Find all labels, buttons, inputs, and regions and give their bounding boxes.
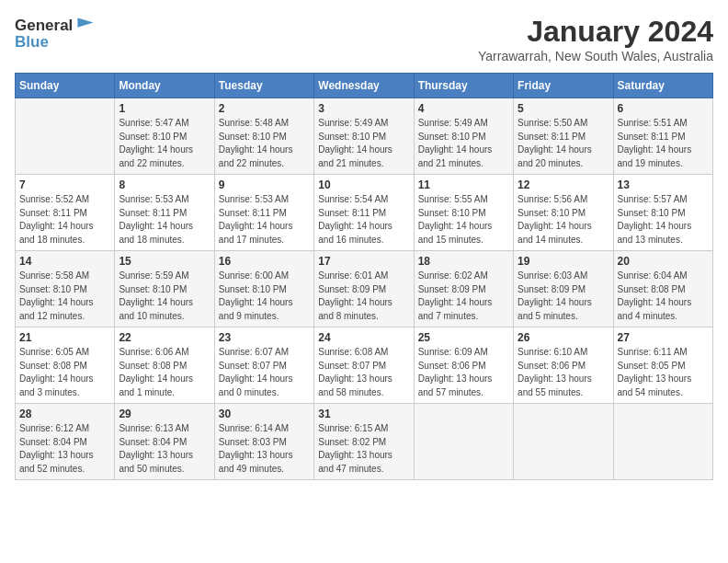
day-cell: 26Sunrise: 6:10 AM Sunset: 8:06 PM Dayli… <box>514 327 613 404</box>
day-info: Sunrise: 6:12 AM Sunset: 8:04 PM Dayligh… <box>19 422 110 476</box>
header-cell-monday: Monday <box>115 74 214 98</box>
logo: General Blue <box>15 15 97 52</box>
calendar-header: SundayMondayTuesdayWednesdayThursdayFrid… <box>16 74 713 98</box>
logo-blue-text: Blue <box>15 33 49 52</box>
day-info: Sunrise: 6:06 AM Sunset: 8:08 PM Dayligh… <box>119 346 210 399</box>
day-info: Sunrise: 5:55 AM Sunset: 8:10 PM Dayligh… <box>418 193 509 247</box>
day-info: Sunrise: 6:15 AM Sunset: 8:02 PM Dayligh… <box>318 422 409 476</box>
logo-flag-icon <box>74 15 97 37</box>
day-cell: 17Sunrise: 6:01 AM Sunset: 8:09 PM Dayli… <box>314 251 414 327</box>
day-number: 25 <box>418 331 509 344</box>
day-cell: 12Sunrise: 5:56 AM Sunset: 8:10 PM Dayli… <box>514 175 613 251</box>
day-number: 1 <box>119 102 210 115</box>
day-cell: 16Sunrise: 6:00 AM Sunset: 8:10 PM Dayli… <box>214 251 313 327</box>
week-row-5: 28Sunrise: 6:12 AM Sunset: 8:04 PM Dayli… <box>16 404 713 480</box>
day-number: 21 <box>19 331 110 344</box>
day-number: 6 <box>618 102 709 115</box>
day-info: Sunrise: 5:57 AM Sunset: 8:10 PM Dayligh… <box>618 193 709 247</box>
day-number: 3 <box>318 102 409 115</box>
logo-general-text: General <box>15 17 73 35</box>
day-info: Sunrise: 5:51 AM Sunset: 8:11 PM Dayligh… <box>618 117 709 170</box>
day-cell: 23Sunrise: 6:07 AM Sunset: 8:07 PM Dayli… <box>214 327 313 404</box>
page-header: General Blue January 2024 Yarrawarrah, N… <box>15 15 713 63</box>
day-cell: 7Sunrise: 5:52 AM Sunset: 8:11 PM Daylig… <box>16 175 115 251</box>
day-cell: 22Sunrise: 6:06 AM Sunset: 8:08 PM Dayli… <box>115 327 214 404</box>
day-info: Sunrise: 5:49 AM Sunset: 8:10 PM Dayligh… <box>418 117 509 170</box>
day-cell: 14Sunrise: 5:58 AM Sunset: 8:10 PM Dayli… <box>16 251 115 327</box>
day-cell: 4Sunrise: 5:49 AM Sunset: 8:10 PM Daylig… <box>414 98 513 175</box>
calendar-table: SundayMondayTuesdayWednesdayThursdayFrid… <box>15 73 713 480</box>
svg-marker-0 <box>78 17 94 27</box>
day-number: 18 <box>418 255 509 268</box>
day-cell <box>613 404 712 480</box>
day-cell: 2Sunrise: 5:48 AM Sunset: 8:10 PM Daylig… <box>214 98 313 175</box>
header-cell-wednesday: Wednesday <box>314 74 414 98</box>
day-number: 22 <box>119 331 210 344</box>
day-number: 13 <box>618 178 709 191</box>
day-info: Sunrise: 5:59 AM Sunset: 8:10 PM Dayligh… <box>119 270 210 323</box>
header-cell-thursday: Thursday <box>414 74 513 98</box>
day-cell: 19Sunrise: 6:03 AM Sunset: 8:09 PM Dayli… <box>514 251 613 327</box>
day-number: 4 <box>418 102 509 115</box>
header-cell-sunday: Sunday <box>16 74 115 98</box>
day-number: 19 <box>518 255 609 268</box>
day-info: Sunrise: 5:54 AM Sunset: 8:11 PM Dayligh… <box>318 193 409 247</box>
day-info: Sunrise: 5:53 AM Sunset: 8:11 PM Dayligh… <box>219 193 310 247</box>
day-number: 11 <box>418 178 509 191</box>
day-cell: 8Sunrise: 5:53 AM Sunset: 8:11 PM Daylig… <box>115 175 214 251</box>
day-info: Sunrise: 6:05 AM Sunset: 8:08 PM Dayligh… <box>19 346 110 399</box>
day-info: Sunrise: 5:52 AM Sunset: 8:11 PM Dayligh… <box>19 193 110 247</box>
day-number: 17 <box>318 255 409 268</box>
header-cell-saturday: Saturday <box>613 74 712 98</box>
day-cell <box>16 98 115 175</box>
day-cell: 3Sunrise: 5:49 AM Sunset: 8:10 PM Daylig… <box>314 98 414 175</box>
day-number: 8 <box>119 178 210 191</box>
day-cell: 31Sunrise: 6:15 AM Sunset: 8:02 PM Dayli… <box>314 404 414 480</box>
day-number: 31 <box>318 408 409 420</box>
day-info: Sunrise: 6:03 AM Sunset: 8:09 PM Dayligh… <box>518 270 609 323</box>
day-info: Sunrise: 5:49 AM Sunset: 8:10 PM Dayligh… <box>318 117 409 170</box>
day-cell <box>514 404 613 480</box>
day-cell: 9Sunrise: 5:53 AM Sunset: 8:11 PM Daylig… <box>214 175 313 251</box>
day-cell <box>414 404 513 480</box>
day-info: Sunrise: 6:10 AM Sunset: 8:06 PM Dayligh… <box>518 346 609 399</box>
day-info: Sunrise: 6:07 AM Sunset: 8:07 PM Dayligh… <box>219 346 310 399</box>
title-area: January 2024 Yarrawarrah, New South Wale… <box>478 15 713 63</box>
day-number: 16 <box>219 255 310 268</box>
day-number: 15 <box>119 255 210 268</box>
day-cell: 21Sunrise: 6:05 AM Sunset: 8:08 PM Dayli… <box>16 327 115 404</box>
day-number: 14 <box>19 255 110 268</box>
day-cell: 28Sunrise: 6:12 AM Sunset: 8:04 PM Dayli… <box>16 404 115 480</box>
day-info: Sunrise: 6:00 AM Sunset: 8:10 PM Dayligh… <box>219 270 310 323</box>
day-info: Sunrise: 6:13 AM Sunset: 8:04 PM Dayligh… <box>119 422 210 476</box>
day-info: Sunrise: 6:02 AM Sunset: 8:09 PM Dayligh… <box>418 270 509 323</box>
day-info: Sunrise: 5:58 AM Sunset: 8:10 PM Dayligh… <box>19 270 110 323</box>
day-info: Sunrise: 5:48 AM Sunset: 8:10 PM Dayligh… <box>219 117 310 170</box>
calendar-title: January 2024 <box>478 15 713 49</box>
week-row-4: 21Sunrise: 6:05 AM Sunset: 8:08 PM Dayli… <box>16 327 713 404</box>
header-cell-friday: Friday <box>514 74 613 98</box>
day-info: Sunrise: 6:09 AM Sunset: 8:06 PM Dayligh… <box>418 346 509 399</box>
day-info: Sunrise: 5:50 AM Sunset: 8:11 PM Dayligh… <box>518 117 609 170</box>
day-number: 30 <box>219 408 310 420</box>
day-number: 2 <box>219 102 310 115</box>
day-info: Sunrise: 6:14 AM Sunset: 8:03 PM Dayligh… <box>219 422 310 476</box>
day-cell: 5Sunrise: 5:50 AM Sunset: 8:11 PM Daylig… <box>514 98 613 175</box>
day-cell: 1Sunrise: 5:47 AM Sunset: 8:10 PM Daylig… <box>115 98 214 175</box>
week-row-1: 1Sunrise: 5:47 AM Sunset: 8:10 PM Daylig… <box>16 98 713 175</box>
calendar-body: 1Sunrise: 5:47 AM Sunset: 8:10 PM Daylig… <box>16 98 713 480</box>
day-cell: 20Sunrise: 6:04 AM Sunset: 8:08 PM Dayli… <box>613 251 712 327</box>
day-cell: 15Sunrise: 5:59 AM Sunset: 8:10 PM Dayli… <box>115 251 214 327</box>
day-cell: 24Sunrise: 6:08 AM Sunset: 8:07 PM Dayli… <box>314 327 414 404</box>
week-row-2: 7Sunrise: 5:52 AM Sunset: 8:11 PM Daylig… <box>16 175 713 251</box>
header-cell-tuesday: Tuesday <box>214 74 313 98</box>
day-number: 29 <box>119 408 210 420</box>
day-cell: 11Sunrise: 5:55 AM Sunset: 8:10 PM Dayli… <box>414 175 513 251</box>
day-info: Sunrise: 6:01 AM Sunset: 8:09 PM Dayligh… <box>318 270 409 323</box>
day-cell: 13Sunrise: 5:57 AM Sunset: 8:10 PM Dayli… <box>613 175 712 251</box>
day-number: 24 <box>318 331 409 344</box>
day-number: 26 <box>518 331 609 344</box>
day-cell: 27Sunrise: 6:11 AM Sunset: 8:05 PM Dayli… <box>613 327 712 404</box>
day-number: 28 <box>19 408 110 420</box>
day-cell: 18Sunrise: 6:02 AM Sunset: 8:09 PM Dayli… <box>414 251 513 327</box>
